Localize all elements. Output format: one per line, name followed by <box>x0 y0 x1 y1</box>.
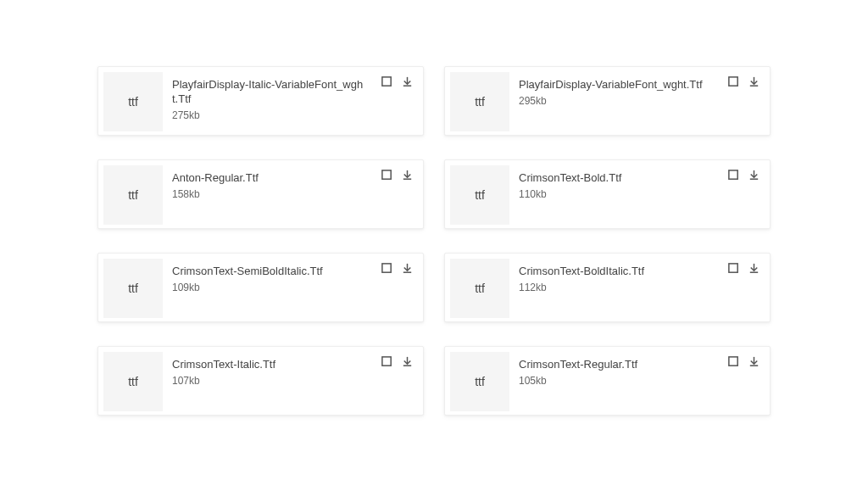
checkbox-icon[interactable] <box>726 261 740 275</box>
download-icon[interactable] <box>747 168 760 181</box>
checkbox-icon[interactable] <box>380 75 393 88</box>
file-size: 110kb <box>519 188 758 200</box>
file-name: CrimsonText-Bold.Ttf <box>519 171 758 186</box>
file-thumbnail: ttf <box>450 352 509 411</box>
file-size: 112kb <box>519 282 758 293</box>
svg-rect-1 <box>728 76 737 85</box>
file-name: CrimsonText-Regular.Ttf <box>519 358 758 372</box>
file-size: 295kb <box>519 95 758 107</box>
download-icon[interactable] <box>400 354 414 368</box>
svg-rect-4 <box>381 263 390 271</box>
file-name: PlayfairDisplay-Italic-VariableFont_wght… <box>172 78 411 107</box>
file-card[interactable]: ttf CrimsonText-BoldItalic.Ttf 112kb <box>444 253 771 322</box>
download-icon[interactable] <box>747 75 760 88</box>
file-extension: ttf <box>475 282 485 295</box>
file-actions <box>380 168 414 181</box>
file-name: Anton-Regular.Ttf <box>172 171 411 186</box>
file-card[interactable]: ttf CrimsonText-Regular.Ttf 105kb <box>444 346 771 416</box>
file-thumbnail: ttf <box>103 352 163 411</box>
file-actions <box>726 75 760 88</box>
file-name: CrimsonText-Italic.Ttf <box>172 358 411 372</box>
checkbox-icon[interactable] <box>726 168 740 181</box>
file-extension: ttf <box>128 375 138 388</box>
download-icon[interactable] <box>400 75 414 88</box>
file-actions <box>380 75 414 88</box>
file-size: 107kb <box>172 375 411 387</box>
checkbox-icon[interactable] <box>726 354 740 368</box>
file-thumbnail: ttf <box>450 259 509 318</box>
file-thumbnail: ttf <box>103 259 163 318</box>
svg-rect-5 <box>728 263 737 271</box>
svg-rect-7 <box>728 356 737 365</box>
file-grid: ttf PlayfairDisplay-Italic-VariableFont_… <box>0 0 868 441</box>
file-extension: ttf <box>128 282 138 295</box>
svg-rect-2 <box>381 170 390 178</box>
file-extension: ttf <box>475 95 485 109</box>
download-icon[interactable] <box>400 168 414 181</box>
svg-rect-0 <box>381 76 390 85</box>
file-thumbnail: ttf <box>103 72 163 131</box>
file-card[interactable]: ttf CrimsonText-SemiBoldItalic.Ttf 109kb <box>97 253 424 322</box>
checkbox-icon[interactable] <box>380 168 393 181</box>
file-actions <box>726 261 760 275</box>
file-card[interactable]: ttf PlayfairDisplay-Italic-VariableFont_… <box>97 66 424 136</box>
svg-rect-6 <box>381 356 390 365</box>
file-size: 105kb <box>519 375 758 387</box>
file-card[interactable]: ttf CrimsonText-Bold.Ttf 110kb <box>444 159 771 229</box>
file-actions <box>726 168 760 181</box>
file-extension: ttf <box>475 188 485 202</box>
file-card[interactable]: ttf CrimsonText-Italic.Ttf 107kb <box>97 346 424 416</box>
file-size: 275kb <box>172 109 411 121</box>
file-card[interactable]: ttf Anton-Regular.Ttf 158kb <box>97 159 424 229</box>
file-name: PlayfairDisplay-VariableFont_wght.Ttf <box>519 78 758 92</box>
file-thumbnail: ttf <box>103 165 163 225</box>
checkbox-icon[interactable] <box>380 354 393 368</box>
file-thumbnail: ttf <box>450 165 509 225</box>
file-extension: ttf <box>475 375 485 388</box>
file-extension: ttf <box>128 95 138 109</box>
file-actions <box>380 354 414 368</box>
download-icon[interactable] <box>747 354 760 368</box>
file-actions <box>380 261 414 275</box>
checkbox-icon[interactable] <box>380 261 393 275</box>
file-thumbnail: ttf <box>450 72 509 131</box>
file-name: CrimsonText-SemiBoldItalic.Ttf <box>172 265 411 279</box>
file-name: CrimsonText-BoldItalic.Ttf <box>519 265 758 279</box>
file-size: 158kb <box>172 188 411 200</box>
checkbox-icon[interactable] <box>726 75 740 88</box>
download-icon[interactable] <box>747 261 760 275</box>
file-card[interactable]: ttf PlayfairDisplay-VariableFont_wght.Tt… <box>444 66 771 136</box>
file-size: 109kb <box>172 282 411 293</box>
svg-rect-3 <box>728 170 737 178</box>
download-icon[interactable] <box>400 261 414 275</box>
file-actions <box>726 354 760 368</box>
file-extension: ttf <box>128 188 138 202</box>
